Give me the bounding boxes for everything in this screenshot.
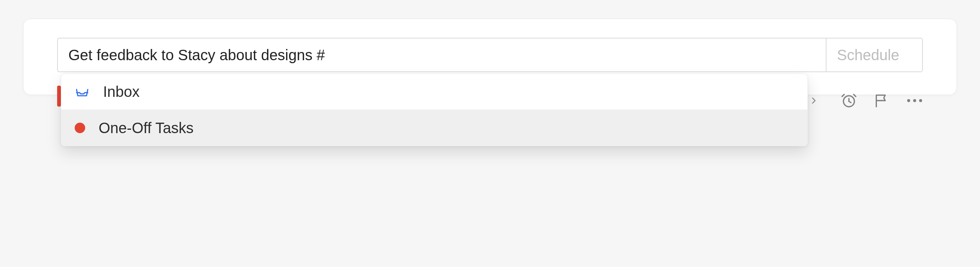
input-row: Schedule xyxy=(57,38,923,72)
task-name-input[interactable] xyxy=(57,38,826,72)
task-compose-card: Schedule xyxy=(23,19,957,95)
project-color-dot-icon xyxy=(75,123,85,133)
dropdown-item-label: One-Off Tasks xyxy=(99,120,194,136)
reminder-icon[interactable] xyxy=(841,93,857,109)
task-actions-row xyxy=(806,93,923,109)
dropdown-item-label: Inbox xyxy=(103,83,140,100)
inbox-icon xyxy=(75,85,90,99)
dropdown-item-inbox[interactable]: Inbox xyxy=(61,74,807,110)
dropdown-item-one-off-tasks[interactable]: One-Off Tasks xyxy=(61,110,807,146)
more-options-button[interactable] xyxy=(907,93,923,109)
svg-line-4 xyxy=(854,94,856,97)
chevron-right-icon[interactable] xyxy=(806,93,822,109)
project-autocomplete-dropdown: Inbox One-Off Tasks xyxy=(61,74,808,146)
svg-line-2 xyxy=(849,101,851,103)
schedule-button[interactable]: Schedule xyxy=(826,38,923,72)
ellipsis-icon xyxy=(907,99,922,102)
project-color-accent xyxy=(57,86,61,107)
svg-line-3 xyxy=(842,94,845,97)
flag-icon[interactable] xyxy=(873,93,890,109)
